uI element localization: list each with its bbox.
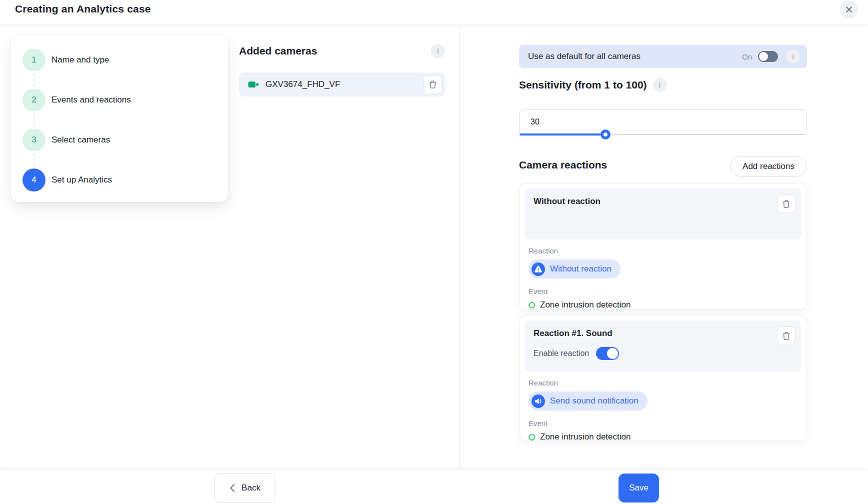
info-icon[interactable]: i xyxy=(786,50,800,64)
camera-icon xyxy=(248,80,260,88)
toggle-state-label: On xyxy=(742,52,752,61)
close-button[interactable] xyxy=(840,0,858,18)
reaction-card-sound: Reaction #1. Sound Enable reaction React… xyxy=(519,315,807,441)
reaction-field-label: Reaction xyxy=(528,378,796,387)
reaction-chip-label: Without reaction xyxy=(550,264,612,274)
step-connector xyxy=(34,153,34,167)
creating-analytics-case-dialog: Creating an Analytics case 1 Name and ty… xyxy=(0,0,868,504)
step-number-badge: 2 xyxy=(22,88,46,112)
step-label: Select cameras xyxy=(52,135,110,145)
reaction-chip[interactable]: Send sound notification xyxy=(528,392,648,410)
chevron-left-icon xyxy=(230,484,235,492)
step-number-badge: 4 xyxy=(22,168,46,192)
reaction-card-title: Without reaction xyxy=(534,196,772,206)
event-status-icon xyxy=(528,434,535,440)
reaction-card-body: Reaction Send sound notification Event Z… xyxy=(524,372,802,442)
toggle-knob xyxy=(759,52,768,61)
back-button-label: Back xyxy=(242,483,260,493)
trash-icon xyxy=(782,200,790,208)
info-icon[interactable]: i xyxy=(431,44,445,58)
event-field-label: Event xyxy=(528,287,796,296)
add-reactions-button[interactable]: Add reactions xyxy=(730,156,807,176)
step-connector xyxy=(34,113,34,127)
stepper-step-select-cameras[interactable]: 3 Select cameras xyxy=(22,128,212,152)
event-row: Zone intrusion detection xyxy=(528,300,796,310)
sensitivity-title: Sensitivity (from 1 to 100) xyxy=(519,79,647,91)
event-status-icon xyxy=(528,302,535,308)
event-name: Zone intrusion detection xyxy=(540,300,630,310)
added-cameras-title: Added cameras xyxy=(239,45,317,57)
event-name: Zone intrusion detection xyxy=(540,432,630,442)
trash-icon xyxy=(782,332,790,340)
event-field-label: Event xyxy=(528,419,796,428)
stepper-card: 1 Name and type 2 Events and reactions 3… xyxy=(11,36,228,202)
trash-icon xyxy=(428,80,437,89)
footer-bar: Back Save xyxy=(0,469,868,504)
vertical-divider xyxy=(459,27,460,469)
enable-reaction-toggle[interactable] xyxy=(596,347,619,360)
reaction-field-label: Reaction xyxy=(528,246,796,255)
info-icon[interactable]: i xyxy=(653,78,667,92)
camera-list-item: GXV3674_FHD_VF xyxy=(239,72,445,96)
sensitivity-value: 30 xyxy=(530,110,540,134)
toggle-knob xyxy=(607,348,618,359)
enable-reaction-label: Enable reaction xyxy=(534,349,589,358)
camera-reactions-title: Camera reactions xyxy=(519,159,607,171)
default-for-all-cameras-banner: Use as default for all cameras On i xyxy=(519,45,807,68)
reaction-chip[interactable]: Without reaction xyxy=(528,260,620,278)
slider-knob[interactable] xyxy=(600,130,610,140)
stepper-step-events-and-reactions[interactable]: 2 Events and reactions xyxy=(22,88,212,112)
slider-fill xyxy=(520,134,606,136)
step-number-badge: 3 xyxy=(22,128,46,152)
stepper-step-name-and-type[interactable]: 1 Name and type xyxy=(22,48,212,72)
step-label: Set up Analytics xyxy=(52,175,112,185)
delete-reaction-button[interactable] xyxy=(777,194,796,213)
sensitivity-input[interactable]: 30 xyxy=(519,109,807,135)
added-cameras-header: Added cameras i xyxy=(239,44,445,58)
enable-reaction-row: Enable reaction xyxy=(534,347,772,360)
default-toggle[interactable] xyxy=(758,51,778,62)
event-row: Zone intrusion detection xyxy=(528,432,796,442)
dialog-header: Creating an Analytics case xyxy=(0,0,868,25)
reaction-card-title: Reaction #1. Sound xyxy=(534,328,772,338)
default-banner-label: Use as default for all cameras xyxy=(528,52,640,62)
reaction-card-header: Without reaction xyxy=(524,188,802,240)
stepper-step-set-up-analytics[interactable]: 4 Set up Analytics xyxy=(22,168,212,192)
camera-name: GXV3674_FHD_VF xyxy=(266,80,340,90)
delete-reaction-button[interactable] xyxy=(777,326,796,345)
speaker-icon xyxy=(532,394,545,408)
reaction-card-body: Reaction Without reaction Event Zone int… xyxy=(524,240,802,310)
reaction-card-without-reaction: Without reaction Reaction Without reacti… xyxy=(519,183,807,310)
step-label: Name and type xyxy=(52,55,109,65)
sensitivity-header: Sensitivity (from 1 to 100) i xyxy=(519,78,667,92)
save-button[interactable]: Save xyxy=(618,474,659,502)
back-button[interactable]: Back xyxy=(214,474,276,502)
sensitivity-slider[interactable] xyxy=(520,134,806,136)
reaction-card-header: Reaction #1. Sound Enable reaction xyxy=(524,320,802,372)
step-number-badge: 1 xyxy=(22,48,46,72)
remove-camera-button[interactable] xyxy=(424,76,442,94)
dialog-title: Creating an Analytics case xyxy=(15,3,151,15)
step-connector xyxy=(34,73,34,87)
warning-icon xyxy=(532,262,545,276)
reaction-chip-label: Send sound notification xyxy=(550,396,638,406)
close-icon xyxy=(845,6,853,14)
step-label: Events and reactions xyxy=(52,95,131,105)
